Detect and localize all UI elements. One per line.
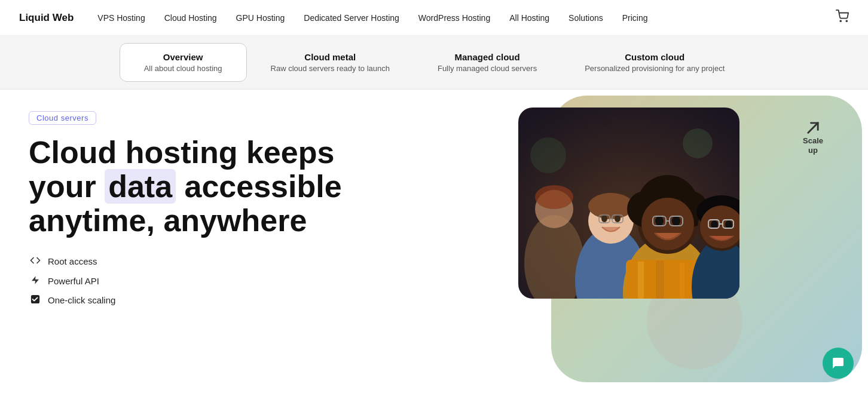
submenu-custom-cloud-title: Custom cloud <box>625 52 684 62</box>
svg-point-15 <box>601 215 607 222</box>
nav-dedicated-server[interactable]: Dedicated Server Hosting <box>304 13 399 23</box>
svg-point-1 <box>846 20 847 22</box>
feature-api: Powerful API <box>29 275 469 287</box>
feature-api-label: Powerful API <box>48 276 99 286</box>
nav-gpu-hosting[interactable]: GPU Hosting <box>236 13 285 23</box>
photo-card <box>518 108 739 299</box>
submenu-custom-cloud-subtitle: Personalized provisioning for any projec… <box>585 64 725 73</box>
nav-all-hosting[interactable]: All Hosting <box>509 13 549 23</box>
hero-title-line2: your data accessible <box>29 169 342 204</box>
svg-point-6 <box>530 137 566 173</box>
feature-scaling: One-click scaling <box>29 294 469 306</box>
submenu-overview-subtitle: All about cloud hosting <box>144 64 222 73</box>
svg-point-11 <box>535 185 573 209</box>
submenu-overview-title: Overview <box>163 52 203 62</box>
svg-point-39 <box>711 220 718 229</box>
nav-vps-hosting[interactable]: VPS Hosting <box>97 13 145 23</box>
submenu-bar: Overview All about cloud hosting Cloud m… <box>0 36 868 90</box>
hero-title-line3: anytime, anywhere <box>29 203 307 238</box>
svg-line-4 <box>808 123 818 133</box>
svg-point-0 <box>840 20 841 22</box>
arrow-up-right-icon <box>805 119 821 136</box>
features-list: Root access Powerful API One-click scali… <box>29 255 469 306</box>
scale-up-label: Scaleup <box>803 136 823 155</box>
navbar: Liquid Web VPS Hosting Cloud Hosting GPU… <box>0 0 868 36</box>
lightning-icon <box>29 275 42 287</box>
feature-scaling-label: One-click scaling <box>48 295 115 305</box>
hero-title: Cloud hosting keeps your data accessible… <box>29 136 375 238</box>
people-illustration <box>518 108 739 299</box>
svg-rect-34 <box>680 263 684 299</box>
svg-point-16 <box>615 215 621 222</box>
chat-button[interactable] <box>823 348 854 379</box>
svg-point-40 <box>725 220 732 229</box>
submenu-cloud-metal-title: Cloud metal <box>304 52 356 62</box>
svg-point-27 <box>672 216 680 226</box>
scale-up-badge: Scaleup <box>803 119 823 155</box>
svg-point-26 <box>655 216 664 226</box>
nav-solutions[interactable]: Solutions <box>569 13 603 23</box>
check-icon <box>29 294 42 306</box>
submenu-managed-cloud-title: Managed cloud <box>454 52 519 62</box>
svg-point-7 <box>683 128 713 158</box>
svg-point-25 <box>641 198 694 250</box>
submenu-managed-cloud-subtitle: Fully managed cloud servers <box>438 64 537 73</box>
nav-wordpress-hosting[interactable]: WordPress Hosting <box>418 13 490 23</box>
nav-pricing[interactable]: Pricing <box>622 13 648 23</box>
code-icon <box>29 255 42 268</box>
svg-marker-2 <box>32 276 39 284</box>
hero-illustration: Scaleup <box>497 90 868 393</box>
submenu-managed-cloud[interactable]: Managed cloud Fully managed cloud server… <box>414 43 561 82</box>
chat-icon <box>831 356 845 370</box>
feature-root-access: Root access <box>29 255 469 268</box>
hero-title-line1: Cloud hosting keeps <box>29 135 334 170</box>
submenu-cloud-metal-subtitle: Raw cloud servers ready to launch <box>271 64 390 73</box>
cart-icon[interactable] <box>836 10 849 26</box>
hero-left: Cloud servers Cloud hosting keeps your d… <box>0 90 497 393</box>
svg-point-14 <box>588 193 634 219</box>
cloud-badge: Cloud servers <box>29 111 96 125</box>
submenu-cloud-metal[interactable]: Cloud metal Raw cloud servers ready to l… <box>247 43 414 82</box>
submenu-custom-cloud[interactable]: Custom cloud Personalized provisioning f… <box>561 43 748 82</box>
hero-highlight: data <box>105 169 176 204</box>
nav-links: VPS Hosting Cloud Hosting GPU Hosting De… <box>97 13 836 23</box>
svg-rect-33 <box>656 260 664 299</box>
submenu-overview[interactable]: Overview All about cloud hosting <box>120 43 247 82</box>
svg-rect-32 <box>638 262 644 299</box>
main-content: Cloud servers Cloud hosting keeps your d… <box>0 90 868 393</box>
site-logo[interactable]: Liquid Web <box>19 12 74 24</box>
feature-root-access-label: Root access <box>48 256 97 266</box>
nav-cloud-hosting[interactable]: Cloud Hosting <box>164 13 217 23</box>
